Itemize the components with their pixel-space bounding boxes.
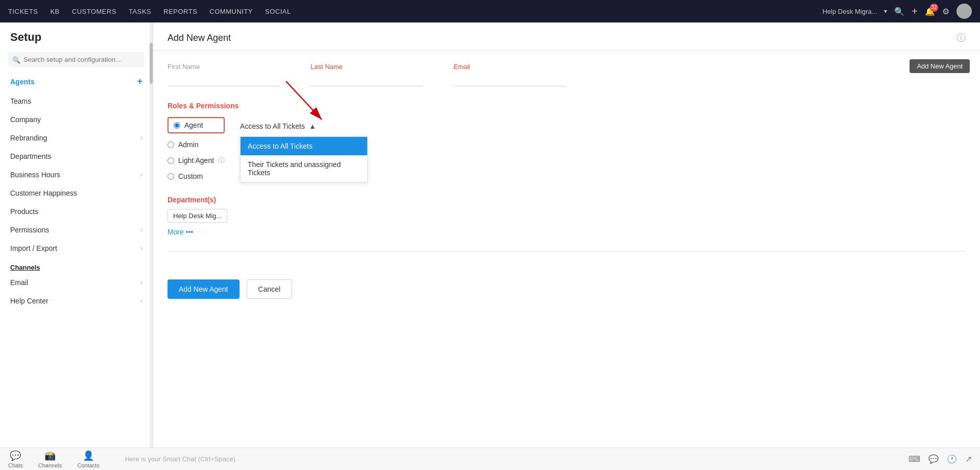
sidebar-item-teams-label: Teams [10,97,31,105]
light-agent-help-icon[interactable]: ⓘ [218,156,225,165]
clock-icon[interactable]: 🕐 [947,454,957,464]
sidebar-item-permissions[interactable]: Permissions › [0,221,153,239]
bottom-chats[interactable]: 💬 Chats [8,450,23,468]
search-icon[interactable]: 🔍 [894,7,904,16]
sidebar-item-departments-label: Departments [10,152,51,160]
nav-right: Help Desk Migra... ▾ 🔍 + 🔔 32 ⚙ [822,4,972,19]
departments-label: Department(s) [168,196,966,204]
info-icon[interactable]: ⓘ [957,32,966,44]
bottom-right-icons: ⌨ 💬 🕐 ↗ [909,454,972,464]
form-area: First Name Last Name Email Roles & Permi… [153,51,980,279]
nav-item-community[interactable]: COMMUNITY [209,8,253,15]
sidebar-item-rebranding[interactable]: Rebranding › [0,129,153,147]
ticket-access-container: Access to All Tickets ▲ Access to All Ti… [240,122,316,130]
sidebar-item-customer-happiness[interactable]: Customer Happiness [0,184,153,202]
add-agent-icon[interactable]: + [137,76,142,87]
chat-bubble-icon[interactable]: 💬 [928,454,939,464]
sidebar-item-business-hours-label: Business Hours [10,171,60,179]
email-input[interactable] [453,74,566,86]
channels-section-label: Channels [0,257,153,273]
bottom-contacts[interactable]: 👤 Contacts [77,450,99,468]
dropdown-option-all-tickets[interactable]: Access to All Tickets [241,137,367,155]
channels-label: Channels [38,462,62,468]
ticket-access-label: Access to All Tickets [240,122,305,130]
email-label: Email [453,63,566,70]
nav-item-customers[interactable]: CUSTOMERS [72,8,116,15]
avatar[interactable] [957,4,972,19]
role-light-agent[interactable]: Light Agent ⓘ [168,156,225,165]
department-tag[interactable]: Help Desk Mig... [168,209,227,223]
expand-icon[interactable]: ↗ [965,454,972,464]
nav-item-social[interactable]: SOCIAL [265,8,291,15]
keyboard-icon[interactable]: ⌨ [909,454,920,464]
sidebar-item-help-center[interactable]: Help Center › [0,292,153,310]
chevron-icon-permissions: › [140,226,142,233]
form-divider [168,251,966,252]
bottom-channels[interactable]: 📸 Channels [38,450,62,468]
dropdown-option-their-tickets[interactable]: Their Tickets and unassigned Tickets [241,155,367,182]
nav-item-tasks[interactable]: TASKS [129,8,151,15]
chats-icon: 💬 [10,450,21,461]
main-content-header: Add New Agent ⓘ [153,22,980,51]
settings-icon[interactable]: ⚙ [942,7,949,16]
notification-badge: 32 [930,4,938,12]
role-admin[interactable]: Admin [168,140,225,149]
sidebar-item-permissions-label: Permissions [10,226,49,234]
chevron-icon-email: › [140,279,142,286]
sidebar-item-teams[interactable]: Teams [0,92,153,110]
role-light-agent-label: Light Agent [178,156,214,165]
departments-section: Department(s) Help Desk Mig... More ••• [168,196,966,236]
email-field: Email [453,63,566,86]
first-name-label: First Name [168,63,280,70]
sidebar-item-email[interactable]: Email › [0,273,153,292]
nav-item-reports[interactable]: REPORTS [163,8,197,15]
sidebar-item-business-hours[interactable]: Business Hours › [0,166,153,184]
more-link[interactable]: More ••• [168,228,194,236]
ticket-access-dropdown: Access to All Tickets Their Tickets and … [240,136,368,182]
chevron-icon-rebranding: › [140,134,142,142]
sidebar-item-company[interactable]: Company [0,110,153,129]
nav-item-kb[interactable]: KB [50,8,59,15]
last-name-input[interactable] [310,74,423,86]
channels-icon: 📸 [44,450,56,461]
sidebar-search-input[interactable] [8,52,145,67]
contacts-label: Contacts [77,462,99,468]
sidebar-item-products[interactable]: Products [0,202,153,221]
chevron-icon-business-hours: › [140,171,142,178]
sidebar-item-agents-label: Agents [10,78,34,86]
sidebar-item-products-label: Products [10,207,38,216]
role-agent[interactable]: Agent [168,117,225,133]
contacts-icon: 👤 [83,450,94,461]
ticket-access-header[interactable]: Access to All Tickets ▲ [240,122,316,130]
chats-label: Chats [8,462,23,468]
sidebar-search-icon: 🔍 [12,56,20,63]
notifications-icon[interactable]: 🔔 32 [925,7,935,16]
account-name[interactable]: Help Desk Migra... [822,8,877,15]
main-content: Add New Agent ⓘ Add New Agent First Name… [153,22,980,448]
sidebar-item-customer-happiness-label: Customer Happiness [10,189,77,197]
role-custom[interactable]: Custom [168,172,225,180]
sidebar-item-import-export[interactable]: Import / Export › [0,239,153,257]
sidebar: Setup 🔍 Agents + Teams Company Rebrandin… [0,22,153,448]
sidebar-item-help-center-label: Help Center [10,297,49,305]
top-nav: TICKETS KB CUSTOMERS TASKS REPORTS COMMU… [0,0,980,22]
smart-chat-bar[interactable]: Here is your Smart Chat (Ctrl+Space) [115,455,893,463]
first-name-input[interactable] [168,74,280,86]
chevron-icon-import-export: › [140,245,142,252]
sidebar-item-departments[interactable]: Departments [0,147,153,166]
add-new-agent-button[interactable]: Add New Agent [168,279,240,299]
sidebar-item-agents[interactable]: Agents + [0,71,153,92]
dropdown-icon[interactable]: ▾ [884,8,887,15]
add-icon[interactable]: + [912,6,918,17]
sidebar-item-import-export-label: Import / Export [10,244,57,252]
role-custom-label: Custom [178,172,203,180]
sidebar-search-container: 🔍 [0,48,153,71]
sidebar-title: Setup [0,22,153,48]
svg-line-1 [286,81,322,120]
chevron-icon-help-center: › [140,297,142,304]
roles-permissions-label: Roles & Permissions [168,102,966,110]
nav-item-tickets[interactable]: TICKETS [8,8,38,15]
sidebar-item-rebranding-label: Rebranding [10,134,47,142]
cancel-button[interactable]: Cancel [247,279,293,299]
form-buttons: Add New Agent Cancel [153,279,980,309]
